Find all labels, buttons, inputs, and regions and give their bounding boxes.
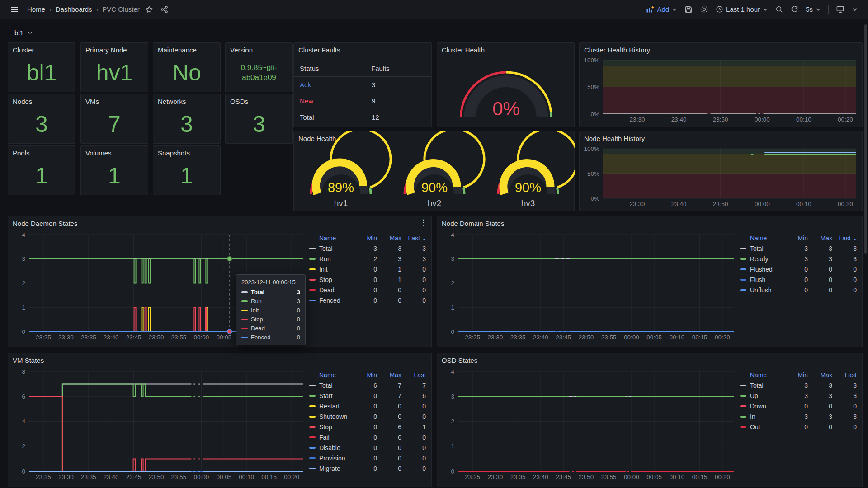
x-axis-tick-label: 23:50 [578, 474, 594, 480]
fault-status[interactable]: Total [294, 113, 366, 121]
legend-series-ready[interactable]: Ready [740, 255, 783, 263]
panel-title[interactable]: Cluster [13, 46, 34, 54]
legend-header-last[interactable]: Last [832, 371, 857, 379]
panel-title[interactable]: Cluster Faults [298, 46, 340, 54]
panel-osd-states: OSD States0123423:2523:3023:3523:4023:45… [437, 353, 863, 487]
legend-series-flushed[interactable]: Flushed [740, 266, 783, 273]
panel-title[interactable]: Networks [158, 98, 186, 105]
legend-series-run[interactable]: Run [309, 255, 353, 263]
panel-title[interactable]: Node Health [298, 135, 336, 142]
series-color-swatch [309, 436, 316, 438]
faults-col-faults[interactable]: Faults [366, 65, 431, 72]
legend-header-last[interactable]: Last [401, 235, 426, 242]
legend-series-stop[interactable]: Stop [309, 423, 353, 431]
time-range-picker[interactable]: Last 1 hour [712, 3, 772, 16]
sort-indicator-icon [853, 239, 857, 240]
favorite-star-button[interactable] [142, 3, 157, 16]
stat-value: 1 [81, 159, 148, 193]
share-button[interactable] [157, 3, 172, 16]
legend-header-min[interactable]: Min [353, 235, 377, 242]
fault-status[interactable]: Ack [294, 81, 366, 89]
legend-series-unflush[interactable]: Unflush [740, 286, 783, 294]
legend-series-restart[interactable]: Restart [309, 403, 353, 410]
panel-title[interactable]: Cluster Health [442, 46, 485, 54]
legend-series-total[interactable]: Total [309, 245, 353, 252]
legend-series-shutdown[interactable]: Shutdown [309, 413, 353, 420]
legend-series-flush[interactable]: Flush [740, 276, 783, 283]
panel-title[interactable]: VMs [85, 98, 99, 105]
panel-title[interactable]: Primary Node [85, 46, 127, 54]
legend-series-down[interactable]: Down [740, 403, 783, 410]
gauge-label: hv2 [428, 198, 442, 208]
legend-header-last[interactable]: Last [401, 371, 426, 379]
scrollbar-thumb[interactable] [864, 24, 867, 254]
add-button[interactable]: Add [642, 3, 681, 16]
legend-header-max[interactable]: Max [377, 235, 401, 242]
legend-series-init[interactable]: Init [309, 266, 353, 273]
panel-title[interactable]: Version [230, 46, 253, 54]
legend-value: 0 [401, 276, 426, 283]
panel-title[interactable]: OSDs [230, 98, 248, 105]
sort-indicator-icon [422, 239, 426, 240]
panel-title[interactable]: Maintenance [158, 46, 197, 54]
faults-col-status[interactable]: Status [294, 65, 366, 72]
legend-header-name[interactable]: Name [740, 371, 783, 379]
panel-title[interactable]: Volumes [85, 149, 112, 157]
legend-series-up[interactable]: Up [740, 392, 783, 399]
legend-series-provision[interactable]: Provision [309, 455, 353, 462]
legend-header-max[interactable]: Max [377, 371, 401, 379]
tooltip-series-name: Dead [251, 325, 265, 332]
legend-header-min[interactable]: Min [353, 371, 377, 379]
series-color-swatch [309, 468, 316, 469]
panel-title[interactable]: Nodes [13, 98, 32, 105]
legend-series-total[interactable]: Total [740, 245, 783, 252]
legend-series-fail[interactable]: Fail [309, 434, 353, 441]
legend-series-total[interactable]: Total [309, 382, 353, 389]
tooltip-row: Init0 [241, 307, 300, 314]
menu-toggle-button[interactable] [6, 2, 23, 17]
legend-series-start[interactable]: Start [309, 392, 353, 399]
dashboard-settings-button[interactable] [696, 2, 712, 16]
legend-header-last[interactable]: Last [832, 235, 857, 242]
fault-status[interactable]: New [294, 97, 366, 105]
legend-value: 0 [377, 455, 401, 462]
legend-series-disable[interactable]: Disable [309, 444, 353, 451]
panel-title[interactable]: Pools [13, 149, 30, 157]
legend-series-total[interactable]: Total [740, 382, 783, 389]
kiosk-tv-button[interactable] [832, 2, 848, 16]
save-dashboard-button[interactable] [681, 3, 696, 16]
legend-header-name[interactable]: Name [309, 371, 353, 379]
y-axis-tick-label: 0 [451, 468, 454, 475]
x-axis-tick-label: 00:00 [624, 474, 639, 480]
legend-series-dead[interactable]: Dead [309, 286, 353, 294]
legend-series-migrate[interactable]: Migrate [309, 465, 353, 472]
legend-series-out[interactable]: Out [740, 423, 783, 431]
legend-series-in[interactable]: In [740, 413, 783, 420]
panel-stat-cluster: Clusterbl1 [8, 42, 75, 92]
legend-row: Dead000 [309, 285, 426, 295]
legend-row: Shutdown000 [309, 411, 426, 422]
legend-header-min[interactable]: Min [783, 235, 808, 242]
series-color-swatch [309, 300, 316, 301]
legend-header-max[interactable]: Max [808, 371, 832, 379]
stat-value: 1 [8, 159, 75, 193]
series-color-swatch [309, 268, 316, 270]
refresh-button[interactable] [787, 3, 802, 16]
breadcrumb-home[interactable]: Home [27, 5, 45, 13]
legend-series-fenced[interactable]: Fenced [309, 297, 353, 304]
legend-series-stop[interactable]: Stop [309, 276, 353, 283]
topbar-overflow-chevron[interactable] [848, 4, 862, 15]
legend-header-name[interactable]: Name [309, 235, 353, 242]
y-axis-tick-label: 3 [22, 255, 25, 262]
legend-header-name[interactable]: Name [740, 235, 783, 242]
legend-header-min[interactable]: Min [783, 371, 808, 379]
variable-dropdown-cluster[interactable]: bl1 [9, 26, 38, 39]
gauge-value: 90% [515, 180, 541, 195]
panel-title[interactable]: Snapshots [158, 149, 190, 157]
legend-header-max[interactable]: Max [808, 235, 832, 242]
hover-point [227, 257, 232, 261]
zoom-out-button[interactable] [772, 3, 787, 16]
refresh-interval-dropdown[interactable]: 5s [802, 3, 825, 16]
breadcrumb-dashboards[interactable]: Dashboards [56, 5, 92, 13]
tooltip-series-value: 3 [297, 289, 300, 296]
